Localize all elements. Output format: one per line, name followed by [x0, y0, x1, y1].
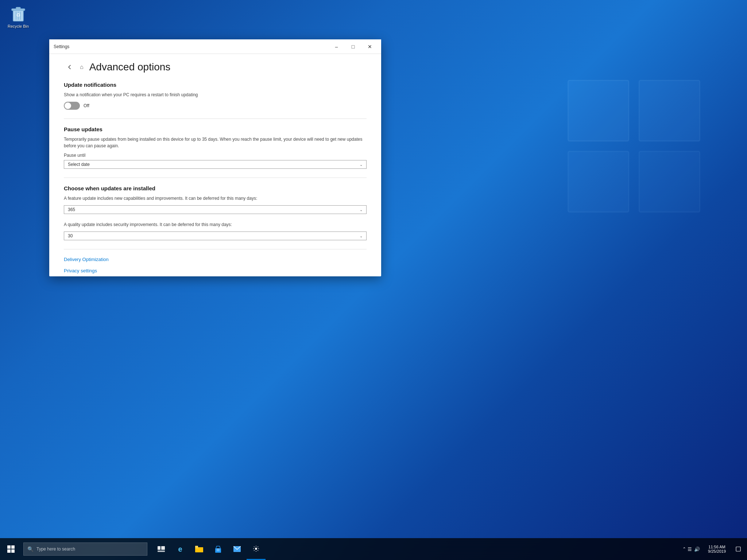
file-explorer-button[interactable]: [190, 538, 209, 560]
svg-rect-21: [195, 546, 198, 548]
svg-rect-16: [158, 546, 160, 550]
title-bar-text: Settings: [52, 44, 328, 49]
svg-rect-2: [568, 151, 629, 212]
windows-logo-background: [565, 73, 703, 233]
file-explorer-icon: [195, 546, 203, 552]
search-placeholder: Type here to search: [36, 547, 75, 552]
windows-start-icon: [7, 545, 15, 553]
svg-text:♻: ♻: [16, 12, 21, 18]
chevron-down-icon-2: ⌄: [360, 208, 363, 212]
divider-3: [64, 249, 367, 249]
maximize-button[interactable]: □: [345, 39, 361, 54]
pause-updates-desc: Temporarily pause updates from being ins…: [64, 136, 367, 149]
pause-updates-section: Pause updates Temporarily pause updates …: [64, 126, 367, 169]
delivery-optimization-link[interactable]: Delivery Optimization: [64, 257, 367, 262]
tray-icons: ☰ 🔊: [688, 547, 700, 552]
recycle-bin-label: Recycle Bin: [8, 24, 29, 28]
mail-icon: [233, 546, 241, 552]
pause-date-value: Select date: [68, 162, 90, 167]
pause-until-label: Pause until: [64, 153, 367, 158]
system-tray: ⌃ ☰ 🔊 11:56 AM 9/25/2019: [680, 538, 747, 560]
svg-rect-26: [736, 547, 740, 551]
start-button[interactable]: [0, 538, 22, 560]
divider-1: [64, 118, 367, 119]
title-bar-controls: ‒ □ ✕: [328, 39, 378, 54]
divider-2: [64, 178, 367, 178]
svg-rect-12: [7, 545, 11, 549]
svg-rect-3: [639, 151, 700, 212]
store-icon: [214, 545, 222, 553]
feature-days-value: 365: [68, 207, 75, 212]
page-title: Advanced options: [89, 61, 171, 73]
quality-update-desc: A quality update includes security impro…: [64, 221, 367, 228]
feature-update-desc: A feature update includes new capabiliti…: [64, 195, 367, 202]
update-notifications-title: Update notifications: [64, 82, 367, 88]
search-icon: 🔍: [27, 546, 34, 552]
taskbar: 🔍 Type here to search e: [0, 538, 747, 560]
notification-icon: [736, 547, 741, 552]
search-bar[interactable]: 🔍 Type here to search: [23, 542, 147, 556]
feature-days-dropdown[interactable]: 365 ⌄: [64, 205, 367, 214]
svg-rect-23: [217, 548, 220, 551]
desktop: ♻ Recycle Bin Settings ‒ □ ✕ ⌂: [0, 0, 747, 560]
update-notifications-section: Update notifications Show a notification…: [64, 82, 367, 110]
window-header: ⌂ Advanced options: [64, 61, 367, 73]
chevron-up-icon[interactable]: ⌃: [682, 547, 686, 552]
network-icon: ☰: [688, 547, 692, 552]
taskbar-pinned-icons: e: [152, 538, 266, 560]
chevron-down-icon-3: ⌄: [360, 234, 363, 238]
settings-button[interactable]: [247, 538, 266, 560]
choose-when-title: Choose when updates are installed: [64, 185, 367, 191]
title-bar: Settings ‒ □ ✕: [49, 39, 381, 54]
recycle-bin-icon[interactable]: ♻ Recycle Bin: [4, 4, 33, 28]
svg-rect-15: [11, 549, 15, 553]
edge-icon: e: [178, 545, 182, 553]
volume-icon[interactable]: 🔊: [694, 547, 700, 552]
tray-area: ⌃ ☰ 🔊: [680, 547, 703, 552]
svg-rect-18: [158, 551, 165, 552]
clock-date: 9/25/2019: [708, 549, 726, 553]
notification-toggle[interactable]: [64, 102, 80, 110]
close-button[interactable]: ✕: [361, 39, 378, 54]
clock-time: 11:56 AM: [708, 545, 725, 549]
clock[interactable]: 11:56 AM 9/25/2019: [704, 538, 729, 560]
minimize-button[interactable]: ‒: [328, 39, 345, 54]
settings-icon: [252, 545, 260, 552]
recycle-bin-svg: ♻: [9, 4, 28, 23]
choose-when-section: Choose when updates are installed A feat…: [64, 185, 367, 240]
toggle-row: Off: [64, 102, 367, 110]
back-button[interactable]: [64, 61, 76, 73]
toggle-label: Off: [84, 103, 89, 108]
privacy-settings-link[interactable]: Privacy settings: [64, 268, 367, 273]
settings-window: Settings ‒ □ ✕ ⌂ Advanced options: [49, 39, 381, 276]
task-view-button[interactable]: [152, 538, 171, 560]
svg-point-25: [255, 548, 257, 550]
links-section: Delivery Optimization Privacy settings: [64, 257, 367, 273]
task-view-icon: [158, 546, 165, 552]
store-button[interactable]: [209, 538, 228, 560]
window-content: ⌂ Advanced options Update notifications …: [49, 54, 381, 276]
svg-rect-0: [568, 81, 629, 141]
quality-days-value: 30: [68, 233, 73, 238]
chevron-down-icon: ⌄: [360, 163, 363, 167]
edge-browser-button[interactable]: e: [171, 538, 190, 560]
svg-rect-13: [11, 545, 15, 549]
svg-rect-17: [161, 546, 165, 550]
svg-rect-1: [639, 81, 700, 141]
pause-updates-title: Pause updates: [64, 126, 367, 132]
pause-date-dropdown[interactable]: Select date ⌄: [64, 160, 367, 169]
notifications-button[interactable]: [731, 538, 746, 560]
update-notifications-desc: Show a notification when your PC require…: [64, 92, 367, 98]
svg-rect-7: [16, 7, 20, 9]
home-icon: ⌂: [80, 64, 84, 70]
quality-days-dropdown[interactable]: 30 ⌄: [64, 232, 367, 240]
mail-button[interactable]: [228, 538, 247, 560]
svg-rect-14: [7, 549, 11, 553]
